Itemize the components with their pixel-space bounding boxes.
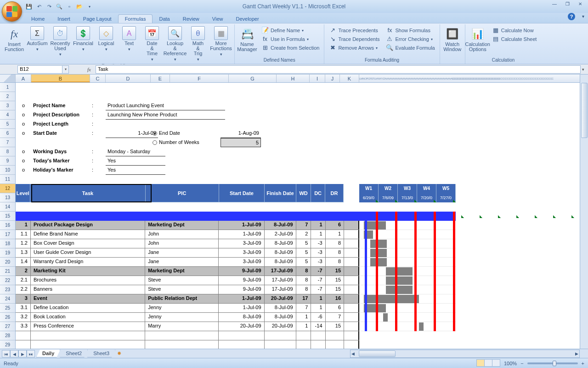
cell[interactable]: 8 — [326, 248, 345, 257]
sheet-tab-daily[interactable]: Daily — [36, 350, 60, 357]
lookup-reference-button[interactable]: 🔍Lookup & Reference▾ — [164, 25, 187, 63]
cell[interactable]: Launching New Phone Product — [106, 110, 225, 120]
financial-button[interactable]: 💲Financial▾ — [72, 25, 95, 63]
row-header[interactable]: 7 — [0, 138, 15, 147]
table-row[interactable]: 2.2BannersSteve9-Jul-0917-Jul-098-715 — [16, 285, 359, 294]
math-trig-button[interactable]: θMath & Trig▾ — [187, 25, 209, 63]
cell[interactable]: 8 — [296, 267, 311, 276]
open-icon[interactable]: 📂 — [75, 2, 84, 11]
table-row[interactable]: 3.1Define LocationJenny1-Jul-098-Jul-097… — [16, 304, 359, 313]
table-row[interactable]: 2Marketing KitMarketing Dept9-Jul-0917-J… — [16, 267, 359, 276]
cell[interactable]: 7 — [296, 221, 311, 230]
cell[interactable]: 3-Jul-09 — [219, 248, 264, 257]
sheet-tab-sheet3[interactable]: Sheet3 — [87, 350, 115, 357]
table-header[interactable]: DR — [325, 184, 344, 202]
tab-home[interactable]: Home — [25, 15, 51, 23]
zoom-out-icon[interactable]: − — [520, 361, 523, 366]
create-from-selection-button[interactable]: ⊞Create from Selection — [260, 44, 320, 52]
minimize-button[interactable]: — — [549, 2, 560, 7]
cell[interactable]: John — [145, 230, 219, 239]
calculate-sheet-button[interactable]: ▤Calculate Sheet — [491, 35, 538, 43]
cell[interactable]: Jenny — [145, 304, 219, 312]
cell[interactable]: Yes — [106, 166, 165, 175]
cell[interactable]: 1-Jul-09 — [219, 304, 264, 312]
row-header[interactable]: 11 — [0, 175, 15, 184]
cell[interactable]: 8-Jul-09 — [265, 248, 296, 257]
cell[interactable]: 2 — [296, 230, 311, 239]
row-header[interactable]: 13 — [0, 193, 15, 202]
cell[interactable]: 8-Jul-09 — [265, 239, 296, 248]
cell[interactable]: : — [90, 156, 106, 166]
define-name-button[interactable]: 📝Define Name ▾ — [260, 26, 320, 34]
row-header[interactable]: 26 — [0, 313, 15, 322]
cell[interactable]: : — [90, 101, 106, 110]
cell[interactable]: o — [16, 101, 31, 110]
date-time-button[interactable]: 📅Date & Time▾ — [141, 25, 164, 63]
cell[interactable]: o — [16, 110, 31, 120]
column-header[interactable]: C — [90, 75, 106, 82]
cell[interactable]: 2.1 — [16, 276, 31, 285]
cell[interactable]: -7 — [311, 285, 325, 294]
column-header[interactable]: D — [106, 75, 151, 82]
cell[interactable]: 5 — [296, 258, 311, 266]
evaluate-formula-button[interactable]: 🔍Evaluate Formula — [385, 44, 435, 52]
redo-icon[interactable]: ↷ — [45, 2, 53, 11]
cell[interactable]: : — [90, 147, 106, 156]
column-header[interactable]: F — [170, 75, 229, 82]
table-header[interactable]: Start Date — [219, 184, 265, 202]
cell[interactable]: o — [16, 120, 31, 129]
cell[interactable]: Define Location — [31, 304, 145, 312]
qat-dropdown-icon[interactable]: ▾ — [85, 2, 94, 11]
num-weeks-radio[interactable]: Number of Weeks — [151, 138, 224, 147]
cell[interactable]: 1.4 — [16, 258, 31, 266]
row-header[interactable]: 27 — [0, 322, 15, 331]
row-header[interactable]: 2 — [0, 92, 15, 101]
cell[interactable]: 9-Jul-09 — [219, 276, 264, 285]
table-row[interactable]: 1.1Define Brand NameJohn1-Jul-092-Jul-09… — [16, 230, 359, 239]
cell[interactable]: 6 — [326, 221, 345, 230]
show-formulas-button[interactable]: fxShow Formulas — [385, 26, 435, 34]
cell[interactable]: o — [16, 147, 31, 156]
table-header[interactable]: Finish Date — [265, 184, 296, 202]
row-header[interactable]: 15 — [0, 212, 15, 221]
cell[interactable]: 7 — [326, 313, 345, 322]
use-in-formula-button[interactable]: fxUse in Formula ▾ — [260, 35, 320, 43]
column-header[interactable]: A — [16, 75, 31, 82]
cell[interactable]: 5 — [220, 138, 261, 147]
cell[interactable]: 15 — [326, 322, 345, 331]
table-row[interactable] — [16, 340, 359, 349]
column-header[interactable]: H — [277, 75, 310, 82]
cell[interactable]: 8-Jul-09 — [265, 221, 296, 230]
row-header[interactable]: 29 — [0, 340, 15, 349]
cell[interactable]: 1.1 — [16, 230, 31, 239]
cell[interactable]: 8 — [296, 276, 311, 285]
zoom-slider[interactable] — [527, 362, 578, 364]
cell[interactable]: 8-Jul-09 — [219, 313, 264, 322]
cell[interactable]: 7 — [296, 304, 311, 312]
cell[interactable]: 2-Jul-09 — [265, 230, 296, 239]
cell[interactable]: : — [90, 166, 106, 175]
tab-last-icon[interactable]: ⏭ — [27, 350, 35, 357]
table-header[interactable]: Task — [30, 184, 145, 202]
column-header[interactable]: G — [229, 75, 277, 82]
vertical-scrollbar[interactable] — [580, 75, 588, 349]
table-header[interactable]: Level — [16, 184, 30, 202]
row-header[interactable]: 10 — [0, 166, 15, 175]
close-button[interactable]: ✕ — [575, 2, 585, 7]
row-header[interactable]: 9 — [0, 156, 15, 166]
table-row[interactable]: 1.4Warranty Card DesignJane3-Jul-098-Jul… — [16, 258, 359, 267]
cell[interactable]: 16 — [326, 294, 345, 303]
row-header[interactable]: 21 — [0, 267, 15, 276]
cell[interactable]: : — [90, 129, 106, 138]
text-button[interactable]: AText▾ — [118, 25, 141, 63]
table-row[interactable]: 3.3Press ConferenceMarry20-Jul-0920-Jul-… — [16, 322, 359, 331]
cell[interactable]: Define Brand Name — [31, 230, 145, 239]
cell[interactable]: 1 — [296, 313, 311, 322]
remove-arrows-button[interactable]: ✖Remove Arrows ▾ — [328, 44, 380, 52]
row-header[interactable]: 14 — [0, 202, 15, 212]
cell[interactable]: -7 — [311, 267, 325, 276]
undo-icon[interactable]: ↶ — [35, 2, 43, 11]
table-row[interactable]: 1.3User Guide Cover DesignJane3-Jul-098-… — [16, 248, 359, 258]
tab-insert[interactable]: Insert — [51, 15, 77, 23]
save-icon[interactable]: 💾 — [25, 2, 33, 11]
